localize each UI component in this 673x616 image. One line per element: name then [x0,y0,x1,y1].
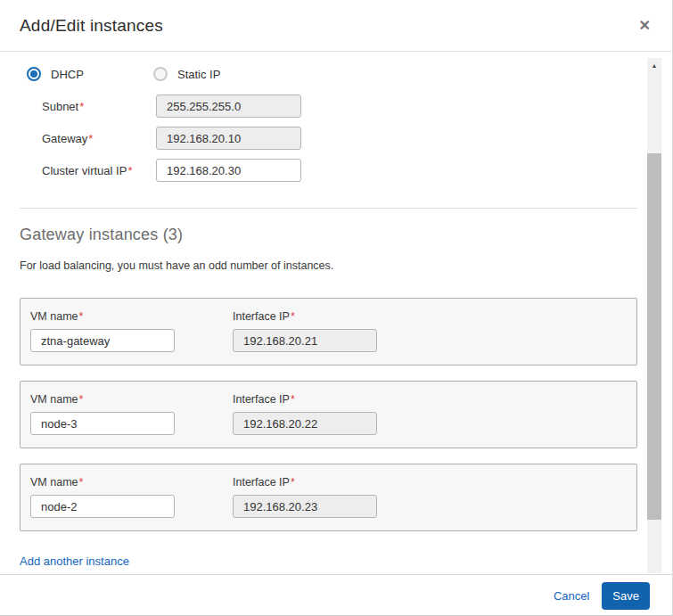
dialog-title: Add/Edit instances [20,16,163,36]
subnet-label: Subnet* [42,100,156,113]
interface-ip-group: Interface IP* [233,310,377,365]
interface-ip-group: Interface IP* [233,476,377,530]
section-divider [20,208,637,209]
dialog-header: Add/Edit instances ✕ [0,0,672,52]
interface-ip-group: Interface IP* [233,393,377,448]
vm-name-group: VM name* [30,476,233,530]
required-asterisk: * [291,310,295,323]
dhcp-radio-icon[interactable] [27,67,41,81]
instance-card-3: VM name* Interface IP* [20,464,637,531]
cluster-virtual-ip-field-row: Cluster virtual IP* [20,159,637,182]
interface-ip-label: Interface IP* [233,476,377,489]
cluster-virtual-ip-input[interactable] [156,159,301,182]
vm-name-label: VM name* [30,310,233,323]
dialog-body: DHCP Static IP Subnet* Gateway* Cluster … [0,52,672,574]
dialog-footer: Cancel Save [0,574,672,616]
interface-ip-input-3 [233,495,377,518]
scroll-up-arrow-icon[interactable]: ▲ [647,58,661,72]
radio-option-static-ip[interactable]: Static IP [153,67,220,81]
instance-card-1: VM name* Interface IP* [20,298,637,365]
static-ip-radio-label: Static IP [177,68,220,81]
vm-name-input-3[interactable] [30,495,175,518]
required-asterisk: * [79,310,84,323]
interface-ip-label: Interface IP* [233,393,377,406]
dhcp-radio-label: DHCP [51,68,84,81]
subnet-input [156,94,301,118]
interface-ip-input-2 [233,412,377,435]
cluster-virtual-ip-label: Cluster virtual IP* [42,164,156,177]
gateway-field-row: Gateway* [20,127,637,150]
required-asterisk: * [291,393,295,406]
vm-name-label: VM name* [30,476,233,489]
interface-ip-input-1 [233,329,377,352]
vertical-scrollbar[interactable]: ▲ [647,58,661,573]
radio-option-dhcp[interactable]: DHCP [27,67,153,81]
required-asterisk: * [88,132,93,145]
vm-name-group: VM name* [30,310,233,365]
vm-name-group: VM name* [30,393,233,448]
interface-ip-label: Interface IP* [233,310,377,323]
gateway-input [156,127,301,150]
gateway-label: Gateway* [42,132,156,145]
load-balancing-note: For load balancing, you must have an odd… [20,259,637,272]
required-asterisk: * [79,393,84,406]
cancel-button[interactable]: Cancel [554,589,589,603]
subnet-field-row: Subnet* [20,94,637,118]
vm-name-input-1[interactable] [30,329,175,352]
save-button[interactable]: Save [602,582,650,610]
instance-card-2: VM name* Interface IP* [20,381,637,448]
scrollbar-thumb[interactable] [647,153,661,520]
required-asterisk: * [291,476,295,489]
required-asterisk: * [127,164,132,177]
required-asterisk: * [79,476,84,489]
add-another-instance-link[interactable]: Add another instance [20,554,129,568]
vm-name-input-2[interactable] [30,412,175,435]
ip-mode-radio-group: DHCP Static IP [27,67,637,81]
static-ip-radio-icon[interactable] [153,67,168,81]
required-asterisk: * [79,100,84,113]
vm-name-label: VM name* [30,393,233,406]
dialog-content: DHCP Static IP Subnet* Gateway* Cluster … [0,52,672,569]
gateway-instances-heading: Gateway instances (3) [20,226,637,244]
add-edit-instances-dialog: Add/Edit instances ✕ DHCP Static IP Subn… [0,0,673,616]
close-icon[interactable]: ✕ [639,19,651,33]
